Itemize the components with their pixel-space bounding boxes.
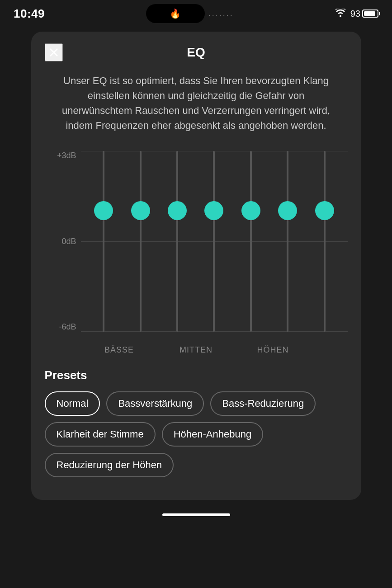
home-indicator: [162, 513, 230, 516]
slider-knob-7[interactable]: [315, 201, 334, 220]
slider-track-1: [103, 151, 104, 332]
status-time: 10:49: [14, 7, 45, 21]
x-label-high: HÖHEN: [257, 345, 288, 355]
slider-track-3: [176, 151, 178, 332]
status-right: 93: [335, 9, 378, 19]
preset-bass-reduce[interactable]: Bass-Reduzierung: [210, 391, 316, 416]
close-button[interactable]: [45, 43, 63, 61]
slider-knob-3[interactable]: [168, 201, 187, 220]
status-bar: 10:49 🔥 ....... 93: [0, 0, 392, 27]
x-label-group-mid: MITTEN: [158, 345, 235, 355]
sliders-area: [81, 146, 348, 336]
status-dots: .......: [208, 9, 234, 19]
slider-track-7: [324, 151, 326, 332]
slider-5[interactable]: [232, 151, 269, 332]
x-axis-labels: BÄSSE MITTEN HÖHEN: [45, 345, 348, 355]
eq-card: EQ Unser EQ ist so optimiert, dass Sie I…: [31, 32, 361, 500]
status-center: 🔥 .......: [146, 4, 234, 23]
preset-treble-boost[interactable]: Höhen-Anhebung: [162, 422, 263, 447]
slider-3[interactable]: [159, 151, 195, 332]
battery-icon: [362, 9, 378, 18]
slider-track-4: [213, 151, 215, 332]
preset-treble-reduce[interactable]: Reduzierung der Höhen: [45, 453, 174, 477]
dynamic-island: 🔥: [146, 4, 205, 23]
y-label-zero: 0dB: [45, 237, 81, 246]
y-label-minus6: -6dB: [45, 322, 81, 332]
slider-knob-6[interactable]: [278, 201, 297, 220]
preset-normal[interactable]: Normal: [45, 391, 100, 416]
preset-voice-clarity[interactable]: Klarheit der Stimme: [45, 422, 156, 447]
page-title: EQ: [187, 45, 205, 60]
slider-7[interactable]: [306, 151, 343, 332]
close-icon: [48, 47, 59, 58]
slider-track-6: [287, 151, 288, 332]
card-header: EQ: [31, 32, 361, 64]
presets-section: Presets Normal Bassverstärkung Bass-Redu…: [31, 355, 361, 482]
slider-knob-5[interactable]: [241, 201, 260, 220]
preset-bass-boost[interactable]: Bassverstärkung: [106, 391, 204, 416]
x-label-group-high: HÖHEN: [235, 345, 312, 355]
presets-title: Presets: [45, 368, 348, 382]
presets-grid: Normal Bassverstärkung Bass-Reduzierung …: [45, 391, 348, 477]
x-label-mid: MITTEN: [179, 345, 213, 355]
slider-knob-1[interactable]: [94, 201, 113, 220]
slider-track-5: [250, 151, 252, 332]
y-label-plus3: +3dB: [45, 151, 81, 160]
slider-1[interactable]: [85, 151, 122, 332]
slider-4[interactable]: [196, 151, 232, 332]
flame-icon: 🔥: [170, 8, 181, 19]
x-label-group-bass: BÄSSE: [81, 345, 158, 355]
eq-chart: +3dB 0dB -6dB: [45, 146, 348, 336]
slider-6[interactable]: [269, 151, 306, 332]
x-label-bass: BÄSSE: [104, 345, 134, 355]
slider-2[interactable]: [122, 151, 159, 332]
slider-track-2: [140, 151, 142, 332]
battery-indicator: 93: [350, 9, 378, 19]
slider-knob-2[interactable]: [131, 201, 150, 220]
eq-description: Unser EQ ist so optimiert, dass Sie Ihre…: [31, 64, 361, 146]
slider-knob-4[interactable]: [204, 201, 223, 220]
eq-section: +3dB 0dB -6dB: [31, 146, 361, 355]
wifi-icon: [335, 9, 346, 19]
battery-percentage: 93: [350, 9, 360, 19]
y-axis-labels: +3dB 0dB -6dB: [45, 146, 81, 336]
